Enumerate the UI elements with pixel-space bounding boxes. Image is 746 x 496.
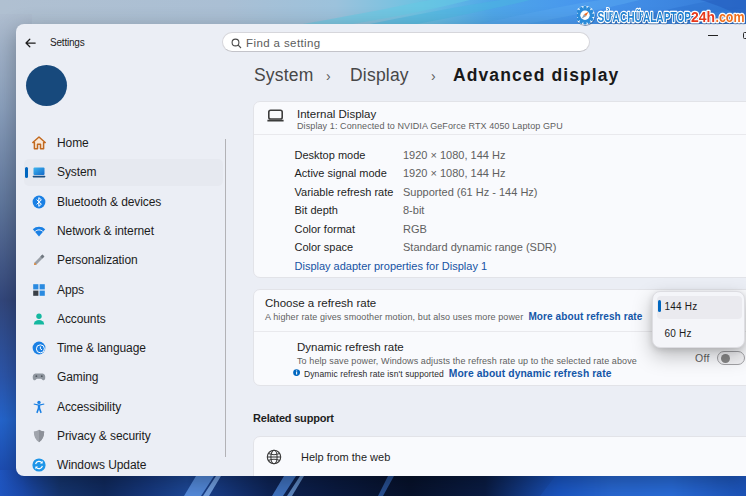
svg-text:.com: .com: [716, 9, 745, 25]
svg-text:24h: 24h: [691, 9, 715, 25]
svg-text:SỬACHỮALAPTOP: SỬACHỮALAPTOP: [598, 8, 692, 25]
